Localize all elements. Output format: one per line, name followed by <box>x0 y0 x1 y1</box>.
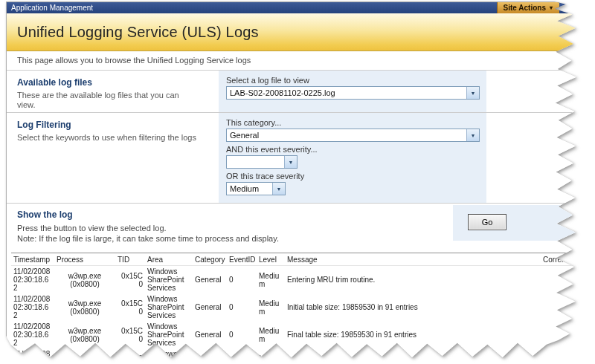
log-file-select-label: Select a log file to view <box>226 76 479 85</box>
page-header-band: Unified Logging Service (ULS) Logs <box>7 13 585 51</box>
cell-category: General <box>193 348 227 361</box>
cell-level: Medium <box>257 266 285 294</box>
cell-tid: 0x15C0 <box>115 348 145 361</box>
cell-level: Medium <box>257 348 285 361</box>
table-row: 11/02/2008 02:30:18.62 w3wp.exe (0x0800)… <box>11 348 585 361</box>
top-navigation-bar: Application Management Site Actions ▾ <box>7 2 585 13</box>
trace-severity-select[interactable]: Medium ▼ <box>226 182 286 195</box>
section-heading-area: Log Filtering Select the keywords to use… <box>7 113 219 203</box>
table-row: 11/02/2008 02:30:18.62 w3wp.exe (0x0800)… <box>11 266 585 294</box>
torn-screenshot-wrapper: Application Management Site Actions ▾ Un… <box>6 1 586 361</box>
control-group: OR this trace severity Medium ▼ <box>226 172 479 195</box>
cell-correlation <box>533 266 585 294</box>
chevron-down-icon: ▾ <box>550 5 553 11</box>
trace-severity-select-value: Medium <box>227 183 272 195</box>
cell-category: General <box>193 321 227 348</box>
cell-eventid: 0 <box>227 321 257 348</box>
site-actions-button[interactable]: Site Actions ▾ <box>497 2 559 13</box>
show-log-description-line1: Press the button to view the selected lo… <box>17 223 453 233</box>
section-description: Select the keywords to use when filterin… <box>17 133 199 143</box>
log-table: Timestamp Process TID Area Category Even… <box>11 253 585 361</box>
page-description: This page allows you to browse the Unifi… <box>7 51 585 71</box>
chevron-down-icon: ▼ <box>466 129 479 141</box>
control-group: Select a log file to view LAB-S02-200811… <box>226 76 479 100</box>
cell-category: General <box>193 293 227 321</box>
cell-process: w3wp.exe (0x0800) <box>54 293 115 321</box>
section-show-the-log: Show the log Press the button to view th… <box>7 204 585 253</box>
column-header-process: Process <box>54 253 115 266</box>
cell-tid: 0x15C0 <box>115 293 145 321</box>
cell-timestamp: 11/02/2008 02:30:18.62 <box>11 266 54 294</box>
table-row: 11/02/2008 02:30:18.62 w3wp.exe (0x0800)… <box>11 321 585 348</box>
cell-process: w3wp.exe (0x0800) <box>54 348 115 361</box>
cell-correlation <box>533 293 585 321</box>
section-log-filtering: Log Filtering Select the keywords to use… <box>7 113 585 204</box>
chevron-down-icon: ▼ <box>272 183 285 195</box>
column-header-category: Category <box>193 253 227 266</box>
column-header-tid: TID <box>115 253 145 266</box>
log-file-select-value: LAB-S02-20081102-0225.log <box>227 87 466 99</box>
table-header-row: Timestamp Process TID Area Category Even… <box>11 253 585 266</box>
site-actions-label: Site Actions <box>504 4 546 12</box>
section-title-available-log-files: Available log files <box>17 77 219 88</box>
category-select-label: This category... <box>226 118 479 127</box>
section-heading-area: Show the log Press the button to view th… <box>7 204 453 253</box>
page-title: Unified Logging Service (ULS) Logs <box>17 24 259 41</box>
cell-process: w3wp.exe (0x0800) <box>54 266 115 294</box>
control-group: AND this event severity... ▼ <box>226 145 479 169</box>
table-row: 11/02/2008 02:30:18.62 w3wp.exe (0x0800)… <box>11 293 585 321</box>
cell-area: Windows SharePoint Services <box>145 293 193 321</box>
section-controls-panel: Go <box>453 205 585 241</box>
cell-process: w3wp.exe (0x0800) <box>54 321 115 348</box>
column-header-area: Area <box>145 253 193 266</box>
cell-area: Windows SharePoint Services <box>145 348 193 361</box>
cell-timestamp: 11/02/2008 02:30:18.62 <box>11 293 54 321</box>
section-heading-area: Available log files These are the availa… <box>7 71 219 112</box>
column-header-eventid: EventID <box>227 253 257 266</box>
log-file-select[interactable]: LAB-S02-20081102-0225.log ▼ <box>226 86 480 100</box>
column-header-timestamp: Timestamp <box>11 253 54 266</box>
event-severity-select[interactable]: ▼ <box>226 155 298 169</box>
cell-area: Windows SharePoint Services <box>145 321 193 348</box>
screenshot-background: Application Management Site Actions ▾ Un… <box>0 0 595 364</box>
cell-timestamp: 11/02/2008 02:30:18.62 <box>11 348 54 361</box>
cell-eventid: 0 <box>227 266 257 294</box>
column-header-correlation: Correlation <box>533 253 585 266</box>
cell-area: Windows SharePoint Services <box>145 266 193 294</box>
section-controls-panel: Select a log file to view LAB-S02-200811… <box>219 71 486 112</box>
column-header-message: Message <box>285 253 533 266</box>
cell-correlation <box>533 348 585 361</box>
cell-correlation <box>533 321 585 348</box>
control-group: This category... General ▼ <box>226 118 479 142</box>
cell-message: Initial table size: 19859530 in 91 entri… <box>285 293 533 321</box>
chevron-down-icon: ▼ <box>284 156 297 168</box>
cell-category: General <box>193 266 227 294</box>
trace-severity-select-label: OR this trace severity <box>226 172 479 181</box>
cell-eventid: 0 <box>227 293 257 321</box>
cell-level: Medium <box>257 293 285 321</box>
breadcrumb-application-management[interactable]: Application Management <box>11 4 93 12</box>
section-description: These are the available log files that y… <box>17 91 199 110</box>
section-title-log-filtering: Log Filtering <box>17 120 219 130</box>
cell-tid: 0x15C0 <box>115 266 145 294</box>
section-controls-panel: This category... General ▼ AND this even… <box>219 113 486 203</box>
uls-log-viewer-page: Application Management Site Actions ▾ Un… <box>6 1 586 361</box>
event-severity-select-label: AND this event severity... <box>226 145 479 154</box>
cell-level: Medium <box>257 321 285 348</box>
category-select[interactable]: General ▼ <box>226 129 480 142</box>
column-header-level: Level <box>257 253 285 266</box>
go-button[interactable]: Go <box>468 214 506 230</box>
cell-message: Final table size: 19859530 in 91 entries <box>285 321 533 348</box>
cell-message: Entering MRU trim routine. <box>285 266 533 294</box>
section-available-log-files: Available log files These are the availa… <box>7 71 585 113</box>
cell-tid: 0x15C0 <box>115 321 145 348</box>
chevron-down-icon: ▼ <box>466 87 479 99</box>
show-log-description-line2: Note: If the log file is large, it can t… <box>17 233 453 244</box>
section-title-show-the-log: Show the log <box>17 209 453 220</box>
cell-eventid: 0 <box>227 348 257 361</box>
event-severity-select-value <box>227 156 284 168</box>
category-select-value: General <box>227 129 466 141</box>
cell-timestamp: 11/02/2008 02:30:18.62 <box>11 321 54 348</box>
cell-message: Exiting MRU trim routine. <box>285 348 533 361</box>
